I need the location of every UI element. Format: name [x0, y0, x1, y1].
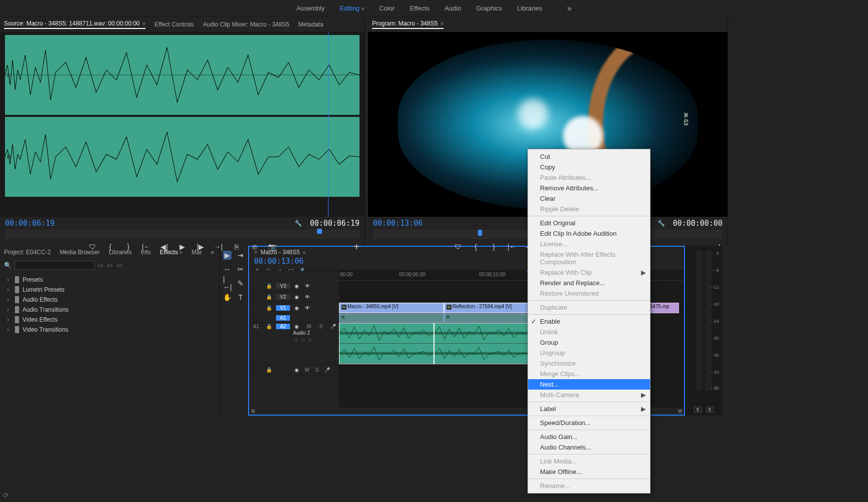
context-menu-item-enable[interactable]: ✓Enable: [528, 316, 650, 327]
workspace-editing[interactable]: Editing ≡: [340, 4, 364, 12]
track-label-v2[interactable]: V2: [276, 294, 290, 300]
voice-icon[interactable]: 🎤: [322, 367, 332, 373]
track-v3-header[interactable]: 🔒 V3 ◉ 👁: [249, 281, 339, 292]
track-label-v3[interactable]: V3: [276, 283, 290, 289]
fx-yuv-icon[interactable]: ▭: [116, 262, 122, 269]
workspace-assembly[interactable]: Assembly: [296, 4, 324, 12]
context-menu[interactable]: CutCopyPaste Attributes...Remove Attribu…: [528, 149, 650, 494]
source-patch-a1[interactable]: A1: [249, 324, 263, 329]
folder-lumetri[interactable]: ›▉Lumetri Presets: [7, 285, 212, 295]
track-label-a1[interactable]: A1: [276, 315, 290, 321]
tab-metadata[interactable]: Metadata: [298, 21, 324, 28]
fx-badge-icon[interactable]: ▭: [98, 262, 103, 269]
context-menu-item-copy[interactable]: Copy: [528, 162, 650, 172]
timeline-timecode[interactable]: 00:00:13:06: [254, 257, 308, 266]
razor-tool-icon[interactable]: ✂: [236, 265, 245, 274]
context-menu-item-remove-attributes[interactable]: Remove Attributes...: [528, 183, 650, 193]
context-menu-item-edit-original[interactable]: Edit Original: [528, 218, 650, 228]
track-a1-header[interactable]: A1: [249, 314, 339, 323]
context-menu-item-cut[interactable]: Cut: [528, 151, 650, 162]
lock-icon[interactable]: 🔒: [263, 305, 275, 311]
track-select-tool-icon[interactable]: ⇥: [236, 251, 245, 260]
hamburger-icon[interactable]: ≡: [362, 6, 364, 11]
source-scrubber[interactable]: [5, 230, 360, 239]
tab-source[interactable]: Source: Macro - 348S5: 1488711.wav: 00:0…: [4, 20, 146, 29]
scrubber-playhead[interactable]: [317, 229, 322, 234]
source-timecode-in[interactable]: 00:00:06:19: [5, 219, 54, 228]
lock-icon[interactable]: 🔒: [263, 283, 275, 289]
add-button-icon[interactable]: +: [354, 241, 360, 253]
mark-out-icon[interactable]: }: [124, 243, 133, 251]
tab-program[interactable]: Program: Macro - 348S5 ≡: [372, 20, 444, 29]
context-menu-item-audio-channels[interactable]: Audio Channels...: [528, 442, 650, 453]
overwrite-icon[interactable]: ⎚: [250, 243, 259, 251]
track-label-a2[interactable]: A2: [276, 324, 290, 329]
audio-clip-2[interactable]: [434, 323, 529, 364]
mark-in-icon[interactable]: {: [472, 243, 480, 251]
lock-icon[interactable]: 🔒: [263, 294, 275, 300]
solo-button[interactable]: S: [316, 324, 326, 329]
tab-effect-controls[interactable]: Effect Controls: [154, 21, 194, 28]
lock-icon[interactable]: 🔒: [263, 324, 275, 329]
tab-audio-mixer[interactable]: Audio Clip Mixer: Macro - 348S5: [203, 21, 290, 28]
workspace-overflow-icon[interactable]: »: [567, 4, 572, 13]
source-waveform[interactable]: L R: [0, 32, 364, 217]
mark-out-icon[interactable]: }: [490, 243, 498, 251]
audio-clip-r1[interactable]: R: [339, 314, 444, 322]
audio-clip-r2[interactable]: R: [444, 314, 529, 322]
scroll-handle-left[interactable]: [251, 409, 255, 413]
play-icon[interactable]: ▶: [178, 243, 187, 251]
track-label-v1[interactable]: V1: [276, 305, 290, 311]
clip-macro[interactable]: fxMacro - 34855.mp4 [V]: [339, 303, 444, 313]
wrench-icon[interactable]: 🔧: [658, 220, 665, 227]
wrench-icon[interactable]: 🔧: [294, 220, 302, 227]
step-back-icon[interactable]: ◀|: [160, 243, 169, 251]
insert-icon[interactable]: ⎘: [232, 243, 241, 251]
context-menu-item-speed-duration[interactable]: Speed/Duration...: [528, 418, 650, 428]
mute-button[interactable]: M: [302, 367, 312, 373]
track-v2-header[interactable]: 🔒 V2 ◉ 👁: [249, 292, 339, 303]
marker-icon[interactable]: 🛡: [454, 243, 462, 251]
eye-icon[interactable]: 👁: [302, 294, 313, 300]
context-menu-item-audio-gain[interactable]: Audio Gain...: [528, 432, 650, 442]
program-timecode-in[interactable]: 00:00:13:06: [373, 219, 422, 228]
solo-button[interactable]: S: [312, 367, 322, 373]
sync-lock-icon[interactable]: ◉: [291, 367, 302, 373]
solo-left[interactable]: S: [694, 407, 701, 413]
track-a2-header[interactable]: A1 🔒 A2 ◉ M S 🎤 Audio 2 ◁◇▷: [249, 323, 339, 365]
slip-tool-icon[interactable]: |↔|: [223, 279, 232, 288]
source-playhead[interactable]: [328, 32, 328, 217]
ripple-tool-icon[interactable]: ↔: [223, 265, 232, 274]
export-frame-icon[interactable]: 📷: [268, 243, 277, 251]
audio-clip-1[interactable]: [339, 323, 434, 364]
keyframe-prev-icon[interactable]: ◁: [293, 337, 297, 342]
context-menu-item-group[interactable]: Group: [528, 337, 650, 348]
folder-audio-transitions[interactable]: ›▉Audio Transitions: [7, 305, 212, 315]
program-playhead[interactable]: [478, 230, 482, 236]
keyframe-next-icon[interactable]: ▷: [309, 337, 313, 342]
context-menu-item-label[interactable]: Label▶: [528, 404, 650, 414]
folder-presets[interactable]: ›▉Presets: [7, 275, 212, 285]
sync-icon[interactable]: ⟳: [3, 491, 9, 499]
track-a3-header[interactable]: 🔒 A3 ◉ M S 🎤: [249, 365, 339, 376]
sync-lock-icon[interactable]: ◉: [291, 324, 302, 329]
mute-button[interactable]: M: [304, 324, 314, 329]
workspace-effects[interactable]: Effects: [410, 4, 430, 12]
voice-icon[interactable]: 🎤: [328, 324, 338, 329]
folder-audio-effects[interactable]: ›▉Audio Effects: [7, 295, 212, 305]
folder-video-transitions[interactable]: ›▉Video Transitions: [7, 325, 212, 335]
solo-right[interactable]: S: [706, 407, 714, 413]
context-menu-item-make-offline[interactable]: Make Offline...: [528, 467, 650, 477]
context-menu-item-edit-clip-in-adobe-audition[interactable]: Edit Clip In Adobe Audition: [528, 228, 650, 239]
step-forward-icon[interactable]: |▶: [196, 243, 205, 251]
folder-video-effects[interactable]: ›▉Video Effects: [7, 315, 212, 325]
workspace-color[interactable]: Color: [379, 4, 394, 12]
pen-tool-icon[interactable]: ✎: [237, 279, 244, 288]
sync-lock-icon[interactable]: ◉: [291, 305, 302, 311]
track-v1-header[interactable]: 🔒 V1 ◉ 👁: [249, 303, 339, 314]
mark-in-icon[interactable]: {: [106, 243, 115, 251]
go-to-in-icon[interactable]: |←: [142, 243, 151, 251]
workspace-graphics[interactable]: Graphics: [476, 4, 502, 12]
marker-icon[interactable]: 🛡: [88, 243, 97, 251]
hamburger-icon[interactable]: ≡: [143, 21, 146, 26]
